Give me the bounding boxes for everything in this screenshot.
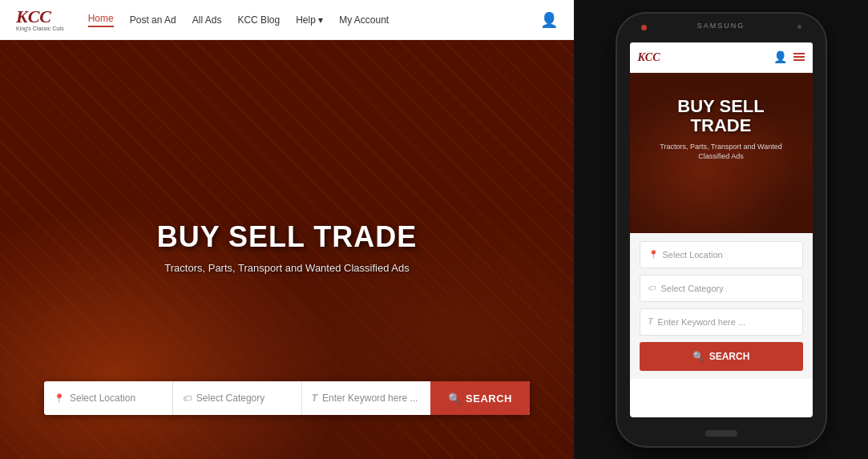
hero-section: BUY SELL TRADE Tractors, Parts, Transpor… xyxy=(0,40,574,459)
phone-logo: KCC xyxy=(638,51,660,63)
site-nav: Home Post an Ad All Ads KCC Blog Help ▾ … xyxy=(88,11,558,29)
search-button-icon: 🔍 xyxy=(448,393,462,405)
hamburger-line-1 xyxy=(793,53,805,54)
phone-hero-subtitle: Tractors, Parts, Transport and Wanted Cl… xyxy=(630,142,813,162)
phone-category-placeholder: Select Category xyxy=(661,284,724,293)
phone-keyword-icon: T xyxy=(648,317,653,326)
phone-location-placeholder: Select Location xyxy=(663,250,723,260)
phone-search-label: Search xyxy=(709,351,750,362)
hamburger-menu-button[interactable] xyxy=(793,53,805,61)
phone-tag-icon: 🏷 xyxy=(648,284,656,292)
phone-location-icon: 📍 xyxy=(648,250,658,259)
category-placeholder: Select Category xyxy=(196,393,264,404)
logo-area: KCC King's Classic Cuts xyxy=(16,8,64,31)
logo-subtitle: King's Classic Cuts xyxy=(16,26,64,31)
phone-top-bar: SAMSUNG xyxy=(617,22,826,30)
hamburger-line-2 xyxy=(793,56,805,58)
nav-my-account[interactable]: My Account xyxy=(339,14,389,26)
tag-icon: 🏷 xyxy=(183,393,192,403)
nav-post-ad[interactable]: Post an Ad xyxy=(130,14,176,26)
home-button[interactable] xyxy=(705,430,737,437)
phone-hero: BUY SELL TRADE Tractors, Parts, Transpor… xyxy=(630,73,813,233)
phone-category-field[interactable]: 🏷 Select Category xyxy=(640,275,803,302)
phone-user-icon[interactable]: 👤 xyxy=(773,50,787,63)
phone-hero-title: BUY SELL TRADE xyxy=(630,97,813,135)
keyword-placeholder: Enter Keyword here ... xyxy=(322,393,418,404)
hamburger-line-3 xyxy=(793,59,805,61)
phone-header-icons: 👤 xyxy=(773,50,805,63)
phone-section: SAMSUNG KCC 👤 xyxy=(574,0,868,459)
phone-screen: KCC 👤 BUY SELL TRADE xyxy=(630,42,813,417)
nav-help[interactable]: Help ▾ xyxy=(296,14,323,26)
phone-search-area: 📍 Select Location 🏷 Select Category T En… xyxy=(630,233,813,379)
category-field[interactable]: 🏷 Select Category xyxy=(173,381,302,415)
keyword-icon: T xyxy=(312,393,317,404)
phone-search-icon: 🔍 xyxy=(692,351,704,362)
site-header: KCC King's Classic Cuts Home Post an Ad … xyxy=(0,0,574,40)
search-button[interactable]: 🔍 Search xyxy=(430,381,530,415)
samsung-brand-label: SAMSUNG xyxy=(697,22,745,30)
location-field[interactable]: 📍 Select Location xyxy=(44,381,173,415)
phone-logo-area: KCC xyxy=(638,50,660,64)
search-bar: 📍 Select Location 🏷 Select Category T En… xyxy=(44,381,530,415)
location-pin-icon: 📍 xyxy=(54,393,65,404)
phone-search-button[interactable]: 🔍 Search xyxy=(640,342,803,371)
phone-hero-content: BUY SELL TRADE Tractors, Parts, Transpor… xyxy=(630,97,813,163)
phone-keyword-field[interactable]: T Enter Keyword here ... xyxy=(640,308,803,336)
phone-site-header: KCC 👤 xyxy=(630,42,813,73)
phone-keyword-placeholder: Enter Keyword here ... xyxy=(658,317,745,327)
desktop-website: KCC King's Classic Cuts Home Post an Ad … xyxy=(0,0,574,459)
keyword-field[interactable]: T Enter Keyword here ... xyxy=(302,381,430,415)
user-icon[interactable]: 👤 xyxy=(540,11,558,29)
nav-all-ads[interactable]: All Ads xyxy=(192,14,222,26)
location-placeholder: Select Location xyxy=(70,393,135,404)
hero-subtitle: Tractors, Parts, Transport and Wanted Cl… xyxy=(157,262,418,274)
nav-kcc-blog[interactable]: KCC Blog xyxy=(237,14,280,26)
hero-content: BUY SELL TRADE Tractors, Parts, Transpor… xyxy=(157,220,418,274)
search-button-label: Search xyxy=(466,393,512,405)
nav-home[interactable]: Home xyxy=(88,13,114,27)
hero-title: BUY SELL TRADE xyxy=(157,220,418,254)
phone-location-field[interactable]: 📍 Select Location xyxy=(640,241,803,268)
logo-kcc: KCC xyxy=(16,6,51,26)
phone-device: SAMSUNG KCC 👤 xyxy=(617,14,826,446)
phone-bottom-bar xyxy=(617,430,826,437)
